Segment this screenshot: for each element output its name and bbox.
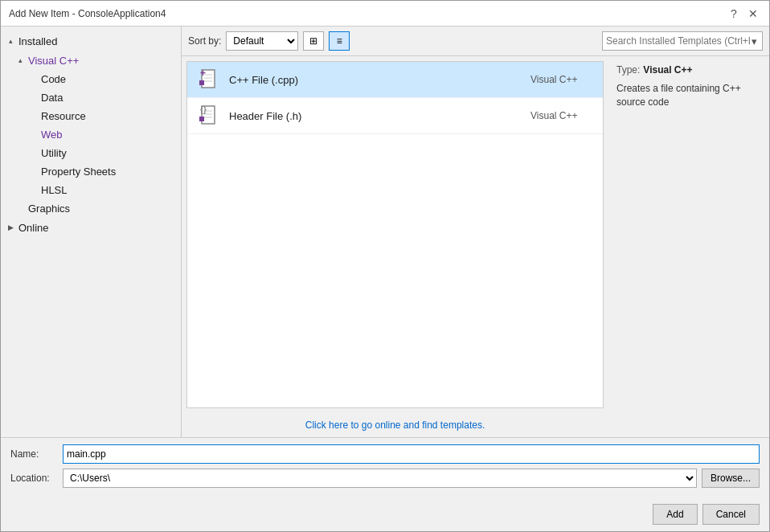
location-dropdown[interactable]: C:\Users\ xyxy=(63,469,697,488)
item-icon-header_file: {} xyxy=(195,103,221,129)
main-content: ▴Installed▴Visual C++CodeDataResourceWeb… xyxy=(1,27,769,437)
dialog-title: Add New Item - ConsoleApplication4 xyxy=(9,8,166,19)
title-buttons: ? ✕ xyxy=(726,6,761,22)
items-panel: +C++ File (.cpp)Visual C++{}Header File … xyxy=(186,61,604,408)
tree-label-graphics: Graphics xyxy=(27,203,70,215)
tree-label-property_sheets: Property Sheets xyxy=(39,166,116,178)
name-input[interactable] xyxy=(63,444,760,464)
bottom-link: Click here to go online and find templat… xyxy=(182,413,608,437)
title-bar: Add New Item - ConsoleApplication4 ? ✕ xyxy=(1,1,769,27)
item-icon-cpp_file: + xyxy=(195,67,221,92)
tree-label-code: Code xyxy=(39,73,66,85)
tree-item-hlsl[interactable]: HLSL xyxy=(1,181,181,199)
dialog: Add New Item - ConsoleApplication4 ? ✕ ▴… xyxy=(0,0,770,532)
sort-label: Sort by: xyxy=(188,35,221,47)
toolbar: Sort by: Default Name Type ⊞ ≡ ▾ xyxy=(182,27,769,56)
list-view-button[interactable]: ≡ xyxy=(329,31,350,51)
search-input[interactable] xyxy=(606,35,750,47)
grid-view-button[interactable]: ⊞ xyxy=(303,31,324,51)
action-row: Add Cancel xyxy=(1,499,769,531)
online-templates-link[interactable]: Click here to go online and find templat… xyxy=(305,419,485,431)
location-label: Location: xyxy=(10,473,63,484)
add-button[interactable]: Add xyxy=(653,504,697,525)
info-description: Creates a file containing C++ source cod… xyxy=(616,82,761,109)
svg-rect-11 xyxy=(199,117,204,121)
item-type-header_file: Visual C++ xyxy=(530,110,595,121)
item-row-cpp_file[interactable]: +C++ File (.cpp)Visual C++ xyxy=(187,62,603,98)
name-row: Name: xyxy=(10,444,760,464)
tree-label-web: Web xyxy=(39,129,63,141)
expand-icon-installed[interactable]: ▴ xyxy=(4,35,17,47)
type-label: Type: xyxy=(616,64,640,76)
tree-item-graphics[interactable]: Graphics xyxy=(1,199,181,218)
tree-item-web[interactable]: Web xyxy=(1,125,181,144)
item-name-header_file: Header File (.h) xyxy=(229,110,530,122)
tree-label-online: Online xyxy=(17,222,49,234)
item-row-header_file[interactable]: {}Header File (.h)Visual C++ xyxy=(187,98,603,134)
form-section: Name: Location: C:\Users\ Browse... xyxy=(1,437,769,499)
tree-item-visual_cpp[interactable]: ▴Visual C++ xyxy=(1,51,181,70)
svg-rect-5 xyxy=(199,80,204,85)
tree-item-online[interactable]: ▶Online xyxy=(1,218,181,237)
tree-label-utility: Utility xyxy=(39,147,67,159)
tree-label-data: Data xyxy=(39,92,63,104)
tree-item-data[interactable]: Data xyxy=(1,88,181,107)
help-button[interactable]: ? xyxy=(726,6,742,22)
cancel-button[interactable]: Cancel xyxy=(702,504,760,525)
tree-label-hlsl: HLSL xyxy=(39,184,68,196)
search-box: ▾ xyxy=(602,31,763,51)
content-row: +C++ File (.cpp)Visual C++{}Header File … xyxy=(182,56,769,437)
tree-item-resource[interactable]: Resource xyxy=(1,107,181,125)
location-row: Location: C:\Users\ Browse... xyxy=(10,469,760,488)
tree-label-installed: Installed xyxy=(17,35,57,47)
left-panel: ▴Installed▴Visual C++CodeDataResourceWeb… xyxy=(1,27,182,437)
browse-button[interactable]: Browse... xyxy=(702,469,760,488)
tree-label-visual_cpp: Visual C++ xyxy=(27,55,79,67)
tree-item-installed[interactable]: ▴Installed xyxy=(1,31,181,51)
name-label: Name: xyxy=(10,448,63,460)
svg-text:+: + xyxy=(200,68,206,79)
item-type-cpp_file: Visual C++ xyxy=(530,74,595,85)
tree-item-property_sheets[interactable]: Property Sheets xyxy=(1,162,181,181)
expand-icon-online[interactable]: ▶ xyxy=(4,221,17,234)
tree-item-utility[interactable]: Utility xyxy=(1,144,181,162)
sort-dropdown[interactable]: Default Name Type xyxy=(226,31,298,51)
item-name-cpp_file: C++ File (.cpp) xyxy=(229,74,530,86)
type-value: Visual C++ xyxy=(643,64,692,76)
tree-label-resource: Resource xyxy=(39,110,86,122)
expand-icon-visual_cpp[interactable]: ▴ xyxy=(14,54,27,67)
close-button[interactable]: ✕ xyxy=(745,6,761,22)
svg-text:{}: {} xyxy=(200,105,207,114)
info-panel: Type: Visual C++ Creates a file containi… xyxy=(608,56,769,437)
right-panel: Sort by: Default Name Type ⊞ ≡ ▾ +C++ Fi… xyxy=(182,27,769,437)
search-icon-button[interactable]: ▾ xyxy=(750,35,759,47)
tree-item-code[interactable]: Code xyxy=(1,70,181,88)
